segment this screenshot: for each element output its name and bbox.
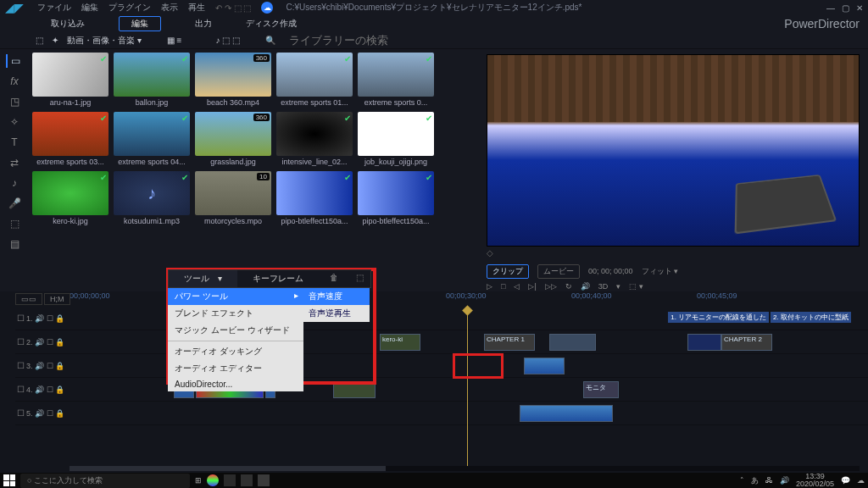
workspace-tabs: 取り込み 編集 出力 ディスク作成 [0, 15, 868, 32]
media-room-icon[interactable]: ▭ [6, 54, 23, 68]
media-thumb[interactable]: ✔extreme sports 01... [276, 53, 353, 107]
menu-item[interactable]: パワー ツール▸音声速度音声逆再生 [168, 288, 303, 305]
timeline-clip[interactable]: kero-ki [380, 334, 420, 351]
title-room-icon[interactable]: T [6, 136, 23, 149]
pip-room-icon[interactable]: ◳ [6, 95, 23, 108]
next-frame-button[interactable]: ▷| [528, 282, 536, 291]
menu-view[interactable]: 表示 [161, 2, 178, 14]
particle-room-icon[interactable]: ✧ [6, 115, 23, 129]
time-ruler[interactable]: 00;00;00;0000;00;10;0000;00;20;0000;00;3… [0, 291, 868, 307]
timeline-track: ☐5. 🔊 ☐ 🔒 [15, 402, 868, 425]
close-icon[interactable]: ✕ [856, 3, 863, 13]
timeline-clip[interactable] [524, 358, 565, 374]
tab-disc[interactable]: ディスク作成 [246, 18, 297, 30]
notification-icon[interactable]: 💬 [841, 476, 850, 485]
cloud-icon[interactable]: ☁ [261, 2, 273, 14]
menu-item[interactable]: ブレンド エフェクト [168, 305, 303, 322]
tab-edit[interactable]: 編集 [119, 16, 161, 31]
h-scrollbar[interactable] [70, 466, 860, 471]
menu-item[interactable]: AudioDirector... [168, 377, 303, 391]
media-thumb[interactable]: ✔extreme sports 04... [114, 112, 190, 166]
category-select[interactable]: 動画・画像・音楽 ▾ [67, 35, 142, 47]
start-button[interactable] [3, 474, 15, 486]
maximize-icon[interactable]: ▢ [842, 3, 849, 13]
media-thumb[interactable]: ✔pipo-btleffect150a... [358, 171, 434, 225]
timeline-track: ☐1. 🔊 ☐ 🔒木材製 [15, 307, 868, 330]
play-button[interactable]: ▷ [487, 282, 492, 291]
media-thumb[interactable]: ✔pipo-btleffect150a... [276, 171, 353, 225]
app-icon-3[interactable] [258, 474, 270, 486]
tab-produce[interactable]: 出力 [195, 18, 212, 30]
timeline-view-button[interactable]: ▭▭ [15, 293, 42, 305]
chrome-icon[interactable] [207, 474, 219, 486]
media-thumb[interactable]: ✔extreme sports 03... [32, 112, 108, 166]
fit-select[interactable]: フィット ▾ [642, 266, 679, 277]
3d-button[interactable]: 3D [598, 282, 609, 291]
library-toolbar: ⬚ ✦ 動画・画像・音楽 ▾ ▦ ≡ ♪ ⬚ ⬚ 🔍 [0, 32, 868, 49]
timeline-clip[interactable]: CHAPTER 2 [721, 334, 772, 351]
minimize-icon[interactable]: — [826, 3, 835, 13]
plugin-icon[interactable]: ✦ [52, 36, 58, 45]
loop-button[interactable]: ↻ [565, 282, 572, 291]
windows-search[interactable]: ○ ここに入力して検索 [20, 474, 190, 488]
timeline-clip[interactable] [687, 334, 721, 351]
prev-frame-button[interactable]: ◁ [514, 282, 520, 291]
app-icon-2[interactable] [241, 474, 253, 486]
title-path: C:¥Users¥chibi¥Documents¥プロジェクト¥セレナリアモニタ… [287, 2, 582, 14]
media-thumb[interactable]: 360beach 360.mp4 [195, 53, 271, 107]
import-icon[interactable]: ⬚ [36, 36, 43, 45]
media-thumb[interactable]: ✔ballon.jpg [114, 53, 190, 107]
brand-label: PowerDirector [784, 17, 860, 30]
voice-room-icon[interactable]: 🎤 [6, 197, 23, 210]
network-icon[interactable]: 🖧 [765, 476, 773, 485]
menu-file[interactable]: ファイル [37, 2, 71, 14]
submenu-item[interactable]: 音声速度 [302, 288, 370, 305]
volume-icon[interactable]: 🔊 [780, 476, 789, 485]
task-view-icon[interactable]: ⊞ [195, 476, 202, 485]
media-thumb[interactable]: ✔♪kotsudumi1.mp3 [114, 171, 190, 225]
menu-item[interactable]: オーディオ エディター [168, 360, 303, 377]
media-thumb[interactable]: ✔kero-ki.jpg [32, 171, 108, 225]
more-icon[interactable]: ⬚ [349, 270, 370, 287]
media-thumb[interactable]: ✔intensive_line_02... [276, 112, 353, 166]
transition-room-icon[interactable]: ⇄ [6, 156, 23, 169]
timecode: 00; 00; 00;00 [588, 267, 633, 275]
room-sidebar: ▭ fx ◳ ✧ T ⇄ ♪ 🎤 ⬚ ▤ [0, 49, 29, 295]
keyframe-button[interactable]: キーフレーム [237, 270, 319, 287]
menu-item[interactable]: オーディオ ダッキング [168, 343, 303, 360]
timeline-clip[interactable] [549, 334, 596, 351]
timeline-clip[interactable]: モニタ [583, 381, 619, 398]
search-input[interactable] [289, 34, 391, 47]
media-thumb[interactable]: 10motorcycles.mpo [195, 171, 271, 225]
preview-viewport[interactable] [487, 54, 860, 247]
media-thumb[interactable]: ✔extreme sports 0... [358, 53, 434, 107]
chapter-room-icon[interactable]: ⬚ [6, 217, 23, 230]
subtitle-room-icon[interactable]: ▤ [6, 237, 23, 251]
fast-forward-button[interactable]: ▷▷ [545, 282, 557, 291]
clip-mode-button[interactable]: クリップ [487, 264, 529, 279]
tool-dropdown[interactable]: ツール ▾ [169, 270, 237, 287]
movie-mode-button[interactable]: ムービー [537, 264, 580, 279]
media-thumb[interactable]: 360grassland.jpg [195, 112, 271, 166]
menu-edit[interactable]: 編集 [81, 2, 98, 14]
ime-icon[interactable]: あ [751, 475, 759, 486]
fx-room-icon[interactable]: fx [6, 75, 23, 88]
windows-taskbar: ○ ここに入力して検索 ⊞ ˄ あ 🖧 🔊 13:392020/02/05 💬 … [0, 473, 868, 488]
hm-button[interactable]: H;M [44, 293, 70, 305]
submenu-item[interactable]: 音声逆再生 [302, 305, 370, 322]
media-thumb[interactable]: ✔aru-na-1.jpg [32, 53, 108, 107]
weather-icon[interactable]: ☁ [857, 476, 865, 485]
app-icon-1[interactable] [224, 474, 236, 486]
timeline-clip[interactable]: CHAPTER 1 [484, 334, 535, 351]
audio-room-icon[interactable]: ♪ [6, 176, 23, 190]
tab-capture[interactable]: 取り込み [51, 18, 85, 30]
timeline-clip[interactable] [520, 405, 613, 422]
trash-icon[interactable]: 🗑 [323, 270, 345, 287]
tray-chevron-icon[interactable]: ˄ [740, 476, 744, 485]
stop-button[interactable]: □ [501, 282, 505, 291]
media-thumb[interactable]: ✔job_kouji_ojigi.png [358, 112, 434, 166]
menu-item[interactable]: マジック ムービー ウィザード [168, 322, 303, 339]
menu-plugin[interactable]: プラグイン [108, 2, 151, 14]
menu-play[interactable]: 再生 [188, 2, 205, 14]
playhead[interactable] [467, 307, 468, 466]
